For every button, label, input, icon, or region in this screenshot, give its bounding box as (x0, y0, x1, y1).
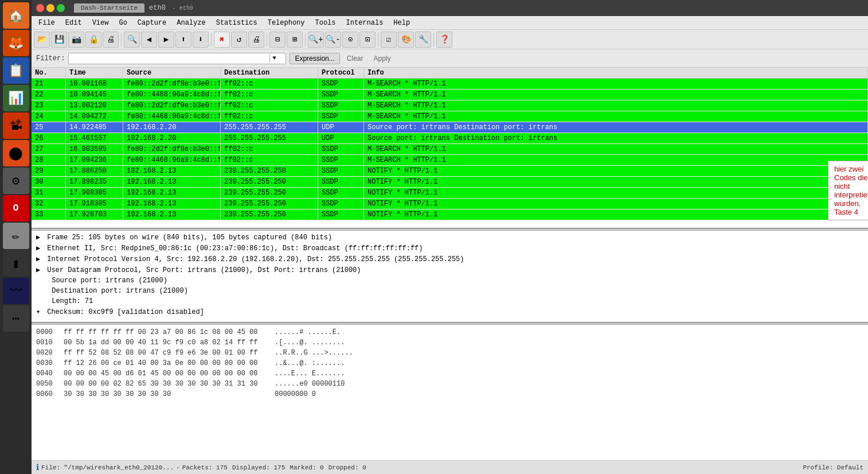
restart-button[interactable]: ↺ (231, 32, 247, 48)
coloring-rules-button[interactable]: 🎨 (398, 32, 414, 48)
menu-analyze[interactable]: Analyze (172, 18, 210, 28)
capture-options-button[interactable]: ⬇ (193, 32, 209, 48)
edit-icon[interactable]: ✏ (3, 223, 29, 249)
table-row[interactable]: 2716.003595fe80::2d2f:df9e:b3e0::ff02::c… (32, 144, 868, 155)
hex-bytes: 30 30 30 30 30 30 30 30 30 (64, 389, 270, 399)
menu-internals[interactable]: Internals (342, 18, 388, 28)
hex-ascii: 00000000 0 (275, 389, 316, 399)
menu-telephony[interactable]: Telephony (263, 18, 310, 28)
table-row[interactable]: 2917.886250192.168.2.13239.255.255.250SS… (32, 166, 868, 177)
table-row[interactable]: 2514.922485192.168.2.20255.255.255.255UD… (32, 122, 868, 133)
minimize-button[interactable] (46, 4, 54, 12)
packet-cell-info: M-SEARCH * HTTP/1.1 (364, 155, 868, 165)
firefox-icon[interactable]: 🦊 (3, 30, 29, 56)
print-button[interactable]: 🖨 (103, 32, 119, 48)
open-button[interactable]: 📂 (34, 32, 50, 48)
tooltip-label: Dash-Startseite (81, 5, 138, 11)
annotation-box: hier zwei Codes die nicht interpretiert … (828, 161, 868, 220)
menu-statistics[interactable]: Statistics (212, 18, 262, 28)
menu-capture[interactable]: Capture (133, 18, 171, 28)
table-row[interactable]: 3117.908305192.168.2.13239.255.255.250SS… (32, 188, 868, 199)
expand-icon[interactable]: ▶ (36, 255, 43, 263)
menu-go[interactable]: Go (114, 18, 131, 28)
packet-cell-info: M-SEARCH * HTTP/1.1 (364, 90, 868, 100)
toolbar-separator-5 (378, 33, 378, 46)
ubuntu-home-icon[interactable]: 🏠 (3, 2, 29, 29)
table-row[interactable]: 3017.898235192.168.2.13239.255.255.250SS… (32, 177, 868, 188)
capture-start-button[interactable]: 🖨 (248, 32, 264, 48)
packet-cell-no: 27 (32, 144, 66, 154)
statusbar: ℹ File: "/tmp/wireshark_eth0_20120... · … (32, 460, 868, 474)
close-capture-button[interactable]: 📷 (68, 32, 84, 48)
zoom-in-button[interactable]: 🔍+ (308, 32, 324, 48)
prev-button[interactable]: ◀ (141, 32, 157, 48)
go-to-button[interactable]: ⬆ (175, 32, 191, 48)
zoom-reset-button[interactable]: ⊙ (342, 32, 358, 48)
title-tab[interactable]: Dash-Startseite (74, 3, 144, 13)
annotation-text: hier zwei Codes die nicht interpretiert … (834, 165, 868, 216)
resize-columns-button[interactable]: ⊡ (359, 32, 376, 48)
table-row[interactable]: 2313.002120fe80::2d2f:df9e:b3e0::ff02::c… (32, 100, 868, 111)
tree-ip[interactable]: ▶ Internet Protocol Version 4, Src: 192.… (32, 254, 868, 265)
maximize-button[interactable] (57, 4, 65, 12)
apply-button[interactable]: Apply (370, 53, 394, 64)
presentation-icon[interactable]: 📽 (3, 112, 29, 139)
terminal-icon[interactable]: ▮ (3, 250, 29, 277)
proto-tree[interactable]: ▶ Frame 25: 105 bytes on wire (840 bits)… (32, 231, 868, 323)
help-button[interactable]: ❓ (436, 32, 452, 48)
next-button[interactable]: ▶ (158, 32, 174, 48)
menu-view[interactable]: View (88, 18, 114, 28)
tree-src-port[interactable]: Source port: irtrans (21000) (32, 275, 868, 286)
zoom-button[interactable]: ⊞ (287, 32, 303, 48)
opera-icon[interactable]: O (3, 195, 29, 222)
zoom-out-button[interactable]: 🔍- (325, 32, 341, 48)
preferences-button[interactable]: 🔧 (415, 32, 431, 48)
tree-dst-port[interactable]: Destination port: irtrans (21000) (32, 286, 868, 296)
menu-edit[interactable]: Edit (61, 18, 87, 28)
table-row[interactable]: 2615.461557192.168.2.20255.255.255.255UD… (32, 133, 868, 144)
tree-ethernet[interactable]: ▶ Ethernet II, Src: RedpineS_00:86:1c (0… (32, 243, 868, 254)
tree-checksum[interactable]: ▾ Checksum: 0xc9f9 [validation disabled] (32, 306, 868, 317)
menu-help[interactable]: Help (389, 18, 415, 28)
close-button[interactable] (36, 4, 44, 12)
table-row[interactable]: 2110.001168fe80::2d2f:df9e:b3e0::ff02::c… (32, 79, 868, 90)
expression-button[interactable]: Expression... (290, 53, 339, 64)
packet-cell-time: 15.461557 (66, 133, 123, 143)
hex-dump[interactable]: 0000ff ff ff ff ff ff 00 23 a7 00 86 1c … (32, 325, 868, 460)
find-button[interactable]: 🔍 (124, 32, 140, 48)
menu-tools[interactable]: Tools (311, 18, 341, 28)
files-icon[interactable]: 📋 (3, 57, 29, 84)
filter-dropdown-button[interactable]: ▼ (269, 54, 278, 63)
wireshark-icon[interactable]: 〰 (3, 278, 29, 304)
colorize-button[interactable]: ☑ (381, 32, 397, 48)
expand-icon[interactable]: ▶ (36, 266, 43, 274)
filter-input[interactable] (69, 53, 269, 64)
packet-cell-proto: SSDP (318, 79, 364, 89)
ubuntu-icon[interactable]: ⬤ (3, 140, 29, 166)
table-row[interactable]: 2210.094145fe80::4468:96a9:4c8d::ff02::c… (32, 90, 868, 100)
stop-button[interactable]: ✖ (214, 32, 230, 48)
clear-button[interactable]: Clear (343, 53, 367, 64)
menu-file[interactable]: File (34, 18, 60, 28)
scroll-button[interactable]: ⊟ (269, 32, 286, 48)
interface-label: - eth0 (173, 5, 193, 11)
packet-cell-dst: 239.255.255.250 (221, 209, 318, 220)
table-row[interactable]: 2414.094272fe80::4468:96a9:4c8d::ff02::c… (32, 111, 868, 122)
table-row[interactable]: 3217.918305192.168.2.13239.255.255.250SS… (32, 199, 868, 209)
tree-udp[interactable]: ▶ User Datagram Protocol, Src Port: irtr… (32, 265, 868, 275)
expand-icon[interactable]: ▾ (36, 308, 43, 316)
tree-frame[interactable]: ▶ Frame 25: 105 bytes on wire (840 bits)… (32, 232, 868, 243)
packet-list[interactable]: No. Time Source Destination Protocol Inf… (32, 68, 868, 228)
save-button[interactable]: 💾 (51, 32, 67, 48)
hex-line: 005000 00 00 00 02 82 65 30 30 30 30 30 … (36, 379, 863, 389)
table-row[interactable]: 3317.928703192.168.2.13239.255.255.250SS… (32, 209, 868, 220)
tree-length[interactable]: Length: 71 (32, 296, 868, 306)
settings-icon[interactable]: ⚙ (3, 168, 29, 194)
expand-icon[interactable]: ▶ (36, 244, 43, 252)
spreadsheet-icon[interactable]: 📊 (3, 85, 29, 111)
table-row[interactable]: 2817.094236fe80::4468:96a9:4c8d::ff02::c… (32, 155, 868, 166)
packet-cell-proto: UDP (318, 133, 364, 143)
reload-button[interactable]: 🔒 (85, 32, 101, 48)
expand-icon[interactable]: ▶ (36, 233, 43, 242)
launcher-dots-icon[interactable]: ⋯ (3, 305, 29, 332)
